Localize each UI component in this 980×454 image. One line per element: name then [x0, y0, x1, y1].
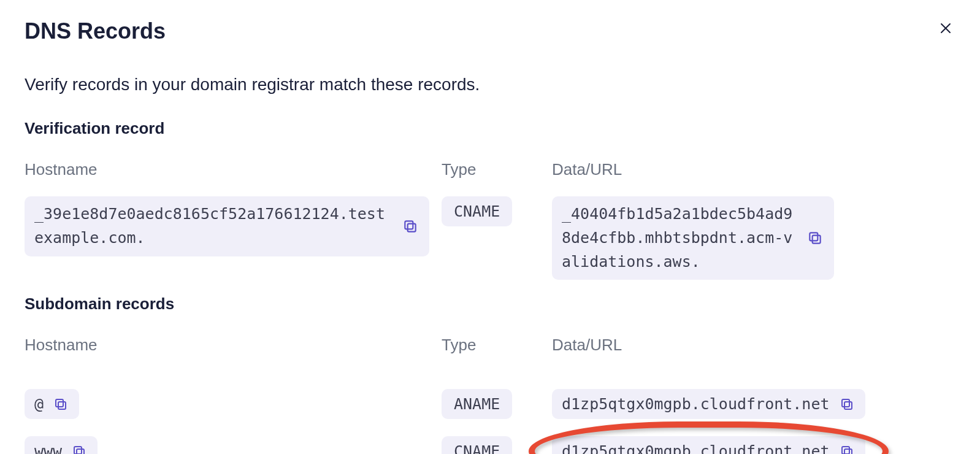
- verification-hostname-pill: _39e1e8d7e0aedc8165cf52a176612124.testex…: [25, 196, 429, 256]
- subdomain-hostname: www: [34, 442, 62, 454]
- verification-heading: Verification record: [25, 119, 955, 138]
- copy-subdomain-hostname-button[interactable]: [71, 443, 88, 454]
- highlighted-data-wrap: d1zp5qtgx0mgpb.cloudfront.net: [552, 436, 865, 454]
- copy-icon: [840, 444, 854, 454]
- svg-rect-3: [405, 221, 413, 229]
- col-header-data: Data/URL: [552, 160, 955, 179]
- svg-rect-8: [844, 402, 852, 409]
- page-title: DNS Records: [25, 18, 166, 44]
- svg-rect-13: [842, 447, 849, 454]
- subdomain-type: CNAME: [442, 436, 512, 454]
- verification-hostname: _39e1e8d7e0aedc8165cf52a176612124.testex…: [34, 202, 392, 250]
- subdomain-heading: Subdomain records: [25, 294, 955, 314]
- subdomain-hostname: @: [34, 395, 44, 413]
- copy-icon: [53, 397, 68, 412]
- subdomain-data: d1zp5qtgx0mgpb.cloudfront.net: [562, 442, 830, 454]
- subdomain-hostname-pill: @: [25, 389, 79, 419]
- copy-subdomain-data-button[interactable]: [838, 443, 856, 454]
- subdomain-row: @ ANAME d1zp5qtgx0mgpb.cloudfront.net: [25, 389, 955, 419]
- svg-rect-6: [58, 402, 66, 409]
- copy-verification-hostname-button[interactable]: [401, 217, 419, 236]
- svg-rect-9: [842, 399, 849, 407]
- subdomain-data-pill: d1zp5qtgx0mgpb.cloudfront.net: [552, 389, 865, 419]
- subdomain-data: d1zp5qtgx0mgpb.cloudfront.net: [562, 395, 830, 413]
- col-header-type: Type: [442, 160, 552, 179]
- verification-data: _40404fb1d5a2a1bdec5b4ad98de4cfbb.mhbtsb…: [562, 202, 797, 274]
- intro-text: Verify records in your domain registrar …: [25, 75, 955, 94]
- svg-rect-11: [74, 447, 82, 454]
- subdomain-row: www CNAME d1zp5qtgx0mgpb.cloudfront.net: [25, 436, 955, 454]
- copy-icon: [402, 218, 418, 234]
- svg-rect-7: [56, 399, 63, 407]
- copy-verification-data-button[interactable]: [806, 229, 824, 247]
- copy-subdomain-data-button[interactable]: [838, 396, 856, 413]
- copy-icon: [807, 230, 823, 246]
- subdomain-data-pill: d1zp5qtgx0mgpb.cloudfront.net: [552, 436, 865, 454]
- svg-rect-4: [813, 236, 821, 244]
- copy-subdomain-hostname-button[interactable]: [52, 396, 69, 413]
- close-icon: [938, 21, 953, 36]
- col-header-data-sub: Data/URL: [552, 336, 955, 355]
- svg-rect-2: [408, 223, 416, 231]
- verification-type: CNAME: [442, 196, 512, 226]
- col-header-type-sub: Type: [442, 336, 552, 355]
- col-header-hostname: Hostname: [25, 160, 442, 179]
- subdomain-hostname-pill: www: [25, 436, 98, 454]
- verification-data-pill: _40404fb1d5a2a1bdec5b4ad98de4cfbb.mhbtsb…: [552, 196, 834, 280]
- svg-rect-5: [810, 233, 817, 240]
- col-header-hostname-sub: Hostname: [25, 336, 442, 355]
- copy-icon: [72, 444, 86, 454]
- close-button[interactable]: [936, 18, 955, 40]
- copy-icon: [840, 397, 854, 412]
- subdomain-type: ANAME: [442, 389, 512, 419]
